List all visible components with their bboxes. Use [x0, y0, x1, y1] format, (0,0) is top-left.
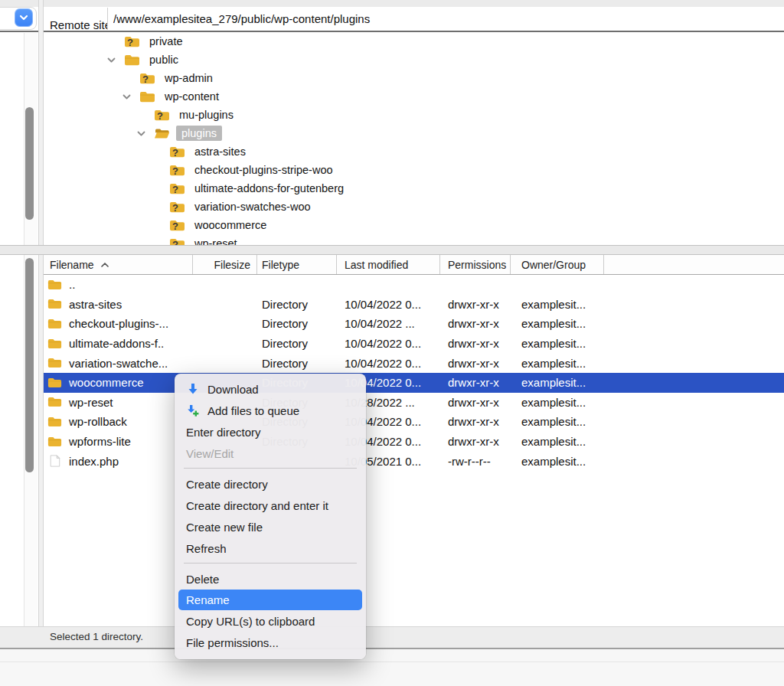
top-strip: [0, 0, 784, 7]
tree-item-plugins[interactable]: plugins: [44, 124, 784, 142]
file-row-wpforms-lite[interactable]: wpforms-lite Directory 10/04/2022 0... d…: [44, 432, 784, 452]
column-header-filetype[interactable]: Filetype: [257, 255, 337, 274]
remote-path-input[interactable]: [107, 8, 784, 30]
file-owner: examplesit...: [511, 337, 604, 350]
file-name: woocommerce: [69, 376, 144, 389]
file-row-astra-sites[interactable]: astra-sites Directory 10/04/2022 0... dr…: [44, 295, 784, 315]
tree-item-label: wp-admin: [162, 71, 216, 85]
tree-item-label: astra-sites: [191, 145, 249, 158]
panel-splitter-vertical[interactable]: [38, 0, 44, 648]
file-name: index.php: [69, 455, 119, 468]
chevron-down-icon: [19, 15, 28, 21]
remote-directory-tree: private public wp-admin wp-content mu-pl…: [44, 32, 784, 245]
column-header-filename[interactable]: Filename: [44, 255, 193, 274]
file-permissions: drwxr-xr-x: [440, 435, 511, 448]
file-name: ..: [69, 278, 75, 291]
tree-item-variation-swatches-woo[interactable]: variation-swatches-woo: [44, 198, 784, 216]
column-header-filler: [604, 255, 784, 274]
question-folder-icon: [169, 145, 185, 158]
file-owner: examplesit...: [511, 415, 604, 428]
menu-item-refresh[interactable]: Refresh: [175, 537, 366, 559]
menu-item-label: Create directory and enter it: [186, 499, 328, 512]
tree-item-label: woocommerce: [191, 218, 270, 232]
file-type: Directory: [257, 317, 337, 330]
file-permissions: drwxr-xr-x: [440, 357, 511, 370]
panel-splitter-horizontal[interactable]: [0, 245, 784, 255]
tree-item-astra-sites[interactable]: astra-sites: [44, 142, 784, 161]
file-name: ultimate-addons-f..: [69, 337, 164, 350]
tree-item-mu-plugins[interactable]: mu-plugins: [44, 106, 784, 124]
file-row-checkout-plugins[interactable]: checkout-plugins-... Directory 10/04/202…: [44, 314, 784, 334]
menu-item-enter-directory[interactable]: Enter directory: [175, 421, 366, 443]
tree-item-checkout-plugins-stripe-woo[interactable]: checkout-plugins-stripe-woo: [44, 161, 784, 179]
bottom-strip: [0, 648, 784, 686]
menu-separator: [184, 563, 357, 564]
menu-item-copy-urls-to-clipboard[interactable]: Copy URL(s) to clipboard: [175, 610, 366, 632]
tree-item-public[interactable]: public: [44, 51, 784, 69]
remote-site-label: Remote site:: [50, 18, 114, 31]
tree-item-ultimate-addons-for-gutenberg[interactable]: ultimate-addons-for-gutenberg: [44, 179, 784, 198]
column-label: Permissions: [448, 259, 506, 271]
menu-item-file-permissions[interactable]: File permissions...: [175, 632, 366, 653]
collapse-chevron-icon[interactable]: [103, 57, 124, 63]
tree-item-label: private: [146, 34, 186, 48]
tree-item-wp-content[interactable]: wp-content: [44, 87, 784, 106]
file-row-variation-swatches[interactable]: variation-swatche... Directory 10/04/202…: [44, 353, 784, 373]
column-label: Filesize: [214, 259, 250, 271]
column-header-last-modified[interactable]: Last modified: [337, 255, 440, 274]
menu-item-label: Delete: [186, 573, 219, 586]
menu-item-label: Create new file: [186, 521, 263, 534]
column-header-filesize[interactable]: Filesize: [193, 255, 257, 274]
tree-item-label: mu-plugins: [176, 108, 237, 122]
column-header-permissions[interactable]: Permissions: [440, 255, 511, 274]
menu-item-create-new-file[interactable]: Create new file: [175, 516, 366, 537]
collapse-chevron-icon[interactable]: [132, 131, 154, 136]
file-name: wpforms-lite: [69, 435, 131, 448]
menu-item-download[interactable]: Download: [175, 378, 366, 400]
file-owner: examplesit...: [511, 396, 604, 409]
question-folder-icon: [139, 72, 155, 85]
file-row-index-php[interactable]: index.php 10/05/2021 0... -rw-r--r-- exa…: [44, 451, 784, 471]
file-row-ultimate-addons[interactable]: ultimate-addons-f.. Directory 10/04/2022…: [44, 334, 784, 354]
file-row-wp-reset[interactable]: wp-reset Directory 10/28/2022 ... drwxr-…: [44, 393, 784, 413]
folder-icon: [47, 338, 62, 350]
menu-item-label: View/Edit: [186, 447, 234, 460]
menu-item-create-directory-and-enter[interactable]: Create directory and enter it: [175, 495, 366, 516]
local-tree-scrollbar-thumb[interactable]: [25, 107, 34, 220]
file-list-header: Filename Filesize Filetype Last modified…: [44, 255, 784, 275]
file-modified: 10/04/2022 ...: [337, 317, 440, 330]
file-permissions: drwxr-xr-x: [440, 376, 511, 389]
file-name: wp-reset: [69, 396, 113, 409]
local-site-dropdown-button[interactable]: [15, 8, 33, 27]
tree-item-private[interactable]: private: [44, 32, 784, 51]
question-folder-icon: [154, 109, 170, 122]
tree-item-label: ultimate-addons-for-gutenberg: [191, 181, 347, 195]
tree-item-label: wp-reset: [191, 237, 240, 245]
file-row-wp-rollback[interactable]: wp-rollback Directory 10/04/2022 0... dr…: [44, 412, 784, 432]
collapse-chevron-icon[interactable]: [118, 94, 139, 100]
tree-item-wp-reset[interactable]: wp-reset: [44, 234, 784, 245]
folder-icon: [47, 298, 62, 310]
file-permissions: drwxr-xr-x: [440, 396, 511, 409]
tree-item-label: checkout-plugins-stripe-woo: [191, 163, 336, 177]
menu-item-label: Refresh: [186, 542, 227, 555]
file-row-parent-dir[interactable]: ..: [44, 275, 784, 295]
menu-item-label: Copy URL(s) to clipboard: [186, 615, 315, 628]
menu-item-delete[interactable]: Delete: [175, 568, 366, 590]
local-list-scrollbar-thumb[interactable]: [25, 258, 34, 472]
tree-item-woocommerce[interactable]: woocommerce: [44, 216, 784, 234]
file-row-woocommerce-selected[interactable]: woocommerce Directory 10/04/2022 0... dr…: [44, 373, 784, 393]
file-icon: [47, 455, 62, 467]
menu-item-rename-highlighted[interactable]: Rename: [178, 590, 362, 610]
column-label: Filetype: [262, 259, 299, 271]
menu-item-label: Enter directory: [186, 426, 261, 439]
tree-item-wp-admin[interactable]: wp-admin: [44, 69, 784, 87]
menu-item-create-directory[interactable]: Create directory: [175, 473, 366, 495]
question-folder-icon: [169, 237, 185, 246]
folder-icon: [139, 90, 155, 103]
menu-item-add-files-to-queue[interactable]: Add files to queue: [175, 400, 366, 421]
file-type: Directory: [257, 357, 337, 370]
file-permissions: drwxr-xr-x: [440, 337, 511, 350]
column-header-owner-group[interactable]: Owner/Group: [511, 255, 604, 274]
file-owner: examplesit...: [511, 317, 604, 330]
